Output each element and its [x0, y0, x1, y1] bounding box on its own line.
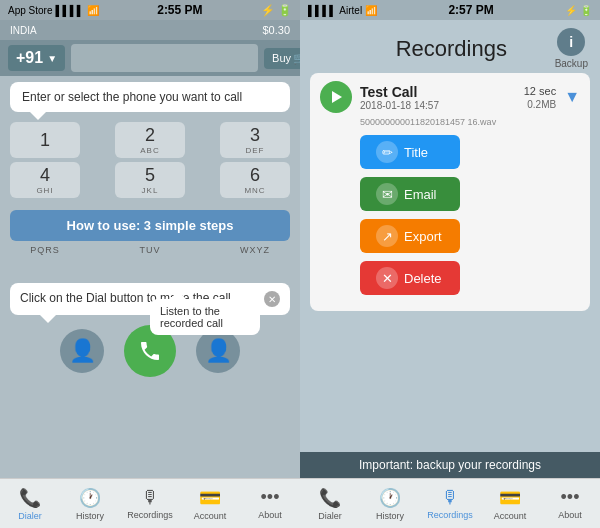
- history-icon: 🕐: [79, 487, 101, 509]
- tuv-label: TUV: [115, 245, 185, 275]
- country-code-button[interactable]: +91 ▼: [8, 45, 65, 71]
- backup-label: Backup: [555, 58, 588, 69]
- bluetooth-left-icon: ⚡: [261, 4, 275, 16]
- title-icon: ✏: [376, 141, 398, 163]
- recording-duration: 12 sec: [524, 85, 556, 97]
- nav-about-left[interactable]: ••• About: [240, 479, 300, 528]
- status-bar-left: App Store ▌▌▌▌ 📶 2:55 PM ⚡ 🔋: [0, 0, 300, 20]
- expand-button[interactable]: ▼: [564, 88, 580, 106]
- bottom-banner: Important: backup your recordings: [300, 452, 600, 478]
- nav-dialer-label: Dialer: [18, 511, 42, 521]
- nav-recordings-label-right: Recordings: [427, 510, 473, 520]
- user-icon: 👤: [205, 338, 232, 364]
- recordings-icon-left: 🎙: [141, 487, 159, 508]
- key-1[interactable]: 1: [10, 122, 80, 158]
- recording-date: 2018-01-18 14:57: [360, 100, 516, 111]
- email-label: Email: [404, 187, 437, 202]
- nav-about-label-right: About: [558, 510, 582, 520]
- nav-recordings-left[interactable]: 🎙 Recordings: [120, 479, 180, 528]
- recordings-icon-right: 🎙: [441, 487, 459, 508]
- contacts-button[interactable]: 👤: [60, 329, 104, 373]
- nav-about-label-left: About: [258, 510, 282, 520]
- status-left-icons: App Store ▌▌▌▌ 📶: [8, 5, 99, 16]
- recording-size: 0.2MB: [527, 99, 556, 110]
- left-time: 2:55 PM: [157, 3, 202, 17]
- export-button[interactable]: ↗ Export: [360, 219, 460, 253]
- recordings-title: Recordings: [348, 36, 555, 62]
- carrier-label: Airtel: [339, 5, 362, 16]
- right-time: 2:57 PM: [448, 3, 493, 17]
- wifi-icon: 📶: [87, 5, 99, 16]
- status-bar-right: ▌▌▌▌ Airtel 📶 2:57 PM ⚡ 🔋: [300, 0, 600, 20]
- key-3[interactable]: 3DEF: [220, 122, 290, 158]
- pqrs-label: PQRS: [10, 245, 80, 275]
- nav-recordings-right[interactable]: 🎙 Recordings: [420, 479, 480, 528]
- phone-input[interactable]: [71, 44, 258, 72]
- bottom-banner-text: Important: backup your recordings: [359, 458, 541, 472]
- phone-input-row: +91 ▼ Buy 🛒: [0, 40, 300, 76]
- nav-account-left[interactable]: 💳 Account: [180, 479, 240, 528]
- key-5[interactable]: 5JKL: [115, 162, 185, 198]
- user-button[interactable]: 👤: [196, 329, 240, 373]
- recordings-header: Recordings i Backup: [300, 20, 600, 73]
- svg-marker-0: [332, 91, 342, 103]
- app-store-label: App Store: [8, 5, 52, 16]
- tooltip-close-button[interactable]: ✕: [264, 291, 280, 307]
- about-icon-right: •••: [561, 487, 580, 508]
- wifi-right-icon: 📶: [365, 5, 377, 16]
- nav-dialer-label-right: Dialer: [318, 511, 342, 521]
- recording-info: Test Call 2018-01-18 14:57: [360, 84, 516, 111]
- right-panel: ▌▌▌▌ Airtel 📶 2:57 PM ⚡ 🔋 Recordings i B…: [300, 0, 600, 528]
- export-icon: ↗: [376, 225, 398, 247]
- recording-meta: 12 sec 0.2MB: [524, 85, 556, 110]
- listen-tooltip-text: Listen to the recorded call: [160, 305, 223, 329]
- nav-about-right[interactable]: ••• About: [540, 479, 600, 528]
- delete-icon: ✕: [376, 267, 398, 289]
- nav-history-left[interactable]: 🕐 History: [60, 479, 120, 528]
- status-right-right-icons: ⚡ 🔋: [565, 5, 592, 16]
- account-icon-left: 💳: [199, 487, 221, 509]
- wxyz-label: WXYZ: [220, 245, 290, 275]
- country-label: INDIA: [10, 25, 37, 36]
- backup-button[interactable]: i Backup: [555, 28, 588, 69]
- dialpad-row-2: 4GHI 5JKL 6MNC: [10, 162, 290, 198]
- play-icon: [329, 90, 343, 104]
- title-button[interactable]: ✏ Title: [360, 135, 460, 169]
- listen-tooltip: Listen to the recorded call: [150, 299, 260, 335]
- dialpad: 1 2ABC 3DEF 4GHI 5JKL 6MNC: [0, 118, 300, 206]
- nav-account-label-left: Account: [194, 511, 227, 521]
- how-to-banner: How to use: 3 simple steps: [10, 210, 290, 241]
- email-button[interactable]: ✉ Email: [360, 177, 460, 211]
- nav-account-right[interactable]: 💳 Account: [480, 479, 540, 528]
- about-icon-left: •••: [261, 487, 280, 508]
- action-buttons: ✏ Title ✉ Email ↗ Export ✕ Delete: [320, 127, 580, 303]
- account-icon-right: 💳: [499, 487, 521, 509]
- delete-button[interactable]: ✕ Delete: [360, 261, 460, 295]
- recording-name: Test Call: [360, 84, 516, 100]
- right-bottom-nav: 📞 Dialer 🕐 History 🎙 Recordings 💳 Accoun…: [300, 478, 600, 528]
- email-icon: ✉: [376, 183, 398, 205]
- dialer-icon: 📞: [19, 487, 41, 509]
- nav-history-right[interactable]: 🕐 History: [360, 479, 420, 528]
- signal-right-icon: ▌▌▌▌: [308, 5, 336, 16]
- key-6[interactable]: 6MNC: [220, 162, 290, 198]
- country-row: INDIA $0.30: [0, 20, 300, 40]
- key-4[interactable]: 4GHI: [10, 162, 80, 198]
- bluetooth-right-icon: ⚡: [565, 5, 577, 16]
- key-2[interactable]: 2ABC: [115, 122, 185, 158]
- price-label: $0.30: [262, 24, 290, 36]
- battery-left-icon: 🔋: [278, 4, 292, 16]
- nav-dialer-right[interactable]: 📞 Dialer: [300, 479, 360, 528]
- nav-recordings-label-left: Recordings: [127, 510, 173, 520]
- battery-right-icon: 🔋: [580, 5, 592, 16]
- nav-dialer-left[interactable]: 📞 Dialer: [0, 479, 60, 528]
- phone-icon: [138, 339, 162, 363]
- dialpad-row-1: 1 2ABC 3DEF: [10, 122, 290, 158]
- dial-row: 👤 👤 Listen to the recorded call: [0, 319, 300, 383]
- delete-label: Delete: [404, 271, 442, 286]
- buy-label: Buy: [272, 52, 291, 64]
- dialpad-sub-labels: PQRS TUV WXYZ: [0, 245, 300, 275]
- backup-icon: i: [557, 28, 585, 56]
- play-button[interactable]: [320, 81, 352, 113]
- recording-top: Test Call 2018-01-18 14:57 12 sec 0.2MB …: [320, 81, 580, 113]
